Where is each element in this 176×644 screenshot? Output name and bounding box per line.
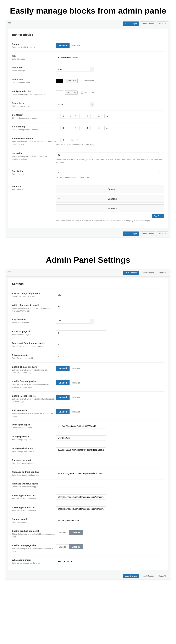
margin-label: Set Margin bbox=[12, 114, 56, 116]
transparent-checkbox[interactable] bbox=[81, 80, 83, 82]
desc: This will allow you to enbale chat butto… bbox=[12, 547, 56, 552]
hamburger-icon[interactable] bbox=[8, 22, 11, 25]
height-ratio-input[interactable] bbox=[56, 292, 106, 297]
link-icon[interactable]: ⚬ bbox=[110, 114, 114, 118]
margin-bottom[interactable]: ↓ bbox=[80, 114, 91, 118]
pull-refresh-toggle[interactable]: EnabledDisabled bbox=[56, 409, 83, 414]
sort-input[interactable] bbox=[56, 170, 159, 175]
link-icon[interactable]: ⚬ bbox=[75, 138, 80, 142]
margin-right-input[interactable] bbox=[72, 114, 79, 118]
padding-top-input[interactable] bbox=[61, 126, 67, 130]
save-changes-button[interactable]: Save Changes bbox=[123, 22, 139, 26]
toggle-disabled[interactable]: Disabled bbox=[69, 544, 83, 549]
width-input[interactable] bbox=[56, 152, 159, 157]
about-id-input[interactable] bbox=[56, 330, 106, 336]
toggle-disabled[interactable]: Disabled bbox=[69, 530, 83, 535]
margin-bottom-input[interactable] bbox=[84, 114, 90, 118]
terms-id-input[interactable] bbox=[56, 342, 106, 347]
toolbar-bottom: Save Changes Reset Section Reset All bbox=[6, 230, 170, 237]
toggle-enabled[interactable]: Enabled bbox=[56, 409, 70, 414]
title-input[interactable] bbox=[56, 55, 106, 60]
margin-unit[interactable]: px⚬ bbox=[104, 114, 114, 118]
enable-sale-toggle[interactable]: EnabledDisabled bbox=[56, 366, 83, 371]
title-align-desc: Select title align bbox=[12, 70, 56, 72]
reset-section-button[interactable]: Reset Section bbox=[140, 232, 156, 236]
margin-left-input[interactable] bbox=[96, 114, 102, 118]
share-android-input[interactable] bbox=[56, 494, 106, 500]
reset-all-button[interactable]: Reset All bbox=[157, 574, 168, 578]
toggle-disabled[interactable]: Disabled bbox=[70, 395, 83, 400]
rate-android-input[interactable] bbox=[56, 471, 106, 476]
reset-section-button[interactable]: Reset Section bbox=[140, 22, 156, 26]
banner-item[interactable]: +Banner 2 bbox=[56, 195, 164, 203]
banner-item[interactable]: +Banner 3 bbox=[56, 204, 164, 212]
field-padding: Set Padding Choose the spacing or paddin… bbox=[12, 122, 164, 134]
radius-box[interactable]: ↔ bbox=[56, 138, 67, 142]
style-select[interactable]: Slider ▼ bbox=[56, 102, 94, 107]
padding-top[interactable]: ↑ bbox=[56, 126, 67, 130]
reset-all-button[interactable]: Reset All bbox=[157, 22, 168, 26]
toggle-enabled[interactable]: Enabled bbox=[56, 395, 70, 400]
select-color-button[interactable]: Select Color bbox=[65, 90, 78, 95]
toggle-disabled[interactable]: Disabled bbox=[70, 409, 83, 414]
save-changes-button[interactable]: Save Changes bbox=[123, 271, 139, 275]
toolbar-top: Save Changes Reset Section Reset All bbox=[6, 20, 170, 27]
margin-left[interactable]: ← bbox=[91, 114, 102, 118]
padding-right[interactable]: → bbox=[68, 126, 79, 130]
rate-windows-input[interactable] bbox=[56, 483, 106, 488]
toggle-enabled[interactable]: Enabled bbox=[56, 43, 70, 48]
scroll-width-input[interactable] bbox=[56, 304, 106, 309]
padding-bottom-input[interactable] bbox=[84, 126, 90, 130]
rate-ios-input[interactable] bbox=[56, 459, 106, 464]
enable-latest-toggle[interactable]: EnabledDisabled bbox=[56, 395, 83, 400]
reset-section-button[interactable]: Reset Section bbox=[140, 574, 156, 578]
field-privacy-id: Privacy page idEnter Privacy us page id bbox=[12, 351, 164, 362]
link-icon[interactable]: ⚬ bbox=[110, 126, 114, 130]
select-value: LTR bbox=[56, 318, 94, 324]
padding-left-input[interactable] bbox=[96, 126, 102, 130]
field-sort: Sort Order Enter sort order Provide a nu… bbox=[12, 167, 164, 182]
google-project-input[interactable] bbox=[56, 436, 106, 440]
title-align-select[interactable]: None ▼ bbox=[56, 67, 94, 72]
padding-right-input[interactable] bbox=[72, 126, 79, 130]
google-web-client-input[interactable] bbox=[56, 448, 106, 452]
padding-unit[interactable]: px⚬ bbox=[104, 126, 114, 130]
toggle-enabled[interactable]: Enabled bbox=[56, 380, 70, 385]
field-google-web-client: Google web client idEnter Google web cli… bbox=[12, 444, 164, 456]
product-chat-toggle[interactable]: EnabledDisabled bbox=[56, 530, 83, 535]
status-toggle[interactable]: Enabled Disabled bbox=[56, 43, 83, 48]
transparent-checkbox[interactable] bbox=[81, 92, 83, 94]
radius-unit[interactable]: px⚬ bbox=[70, 138, 80, 142]
save-changes-button[interactable]: Save Changes bbox=[123, 232, 139, 236]
privacy-id-input[interactable] bbox=[56, 354, 106, 359]
home-chat-toggle[interactable]: EnabledDisabled bbox=[56, 544, 83, 549]
desc: This will allow you to enbale chat butto… bbox=[12, 533, 56, 538]
toggle-disabled[interactable]: Disabled bbox=[70, 43, 83, 48]
radius-input[interactable] bbox=[61, 138, 67, 142]
margin-top[interactable]: ↑ bbox=[56, 114, 67, 118]
add-slide-button[interactable]: Add Slide bbox=[152, 214, 164, 218]
share-android-input-2[interactable] bbox=[56, 506, 106, 512]
reset-section-button[interactable]: Reset Section bbox=[140, 271, 156, 275]
support-email-input[interactable] bbox=[56, 518, 106, 523]
padding-bottom[interactable]: ↓ bbox=[80, 126, 91, 130]
toggle-disabled[interactable]: Disabled bbox=[70, 366, 83, 371]
margin-right[interactable]: → bbox=[68, 114, 79, 118]
toggle-enabled[interactable]: Enabled bbox=[56, 530, 69, 535]
enable-featured-toggle[interactable]: EnabledDisabled bbox=[56, 380, 83, 385]
label: Enable home page chat bbox=[12, 544, 56, 546]
toggle-enabled[interactable]: Enabled bbox=[56, 366, 70, 371]
reset-all-button[interactable]: Reset All bbox=[157, 232, 168, 236]
onesignal-input[interactable] bbox=[56, 424, 106, 429]
toggle-enabled[interactable]: Enabled bbox=[56, 544, 69, 549]
margin-top-input[interactable] bbox=[61, 114, 67, 118]
reset-all-button[interactable]: Reset All bbox=[157, 271, 168, 275]
app-direction-select[interactable]: LTR▼ bbox=[56, 318, 94, 324]
save-changes-button[interactable]: Save Changes bbox=[123, 574, 139, 578]
select-color-button[interactable]: Select Color bbox=[65, 79, 78, 83]
toggle-disabled[interactable]: Disabled bbox=[70, 380, 83, 385]
padding-left[interactable]: ← bbox=[91, 126, 102, 130]
banner-item[interactable]: +Banner 1 bbox=[56, 185, 164, 193]
whatsapp-input[interactable] bbox=[56, 559, 106, 564]
hamburger-icon[interactable] bbox=[8, 272, 11, 274]
